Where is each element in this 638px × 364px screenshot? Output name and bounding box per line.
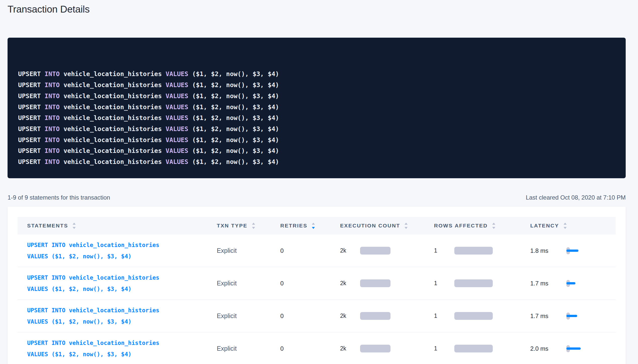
latency-minichart bbox=[566, 311, 586, 322]
latency-value: 1.7 ms bbox=[530, 313, 566, 320]
rows-affected-value: 1 bbox=[434, 345, 454, 352]
txn-type-value: Explicit bbox=[217, 247, 237, 254]
retries-value: 0 bbox=[280, 313, 284, 320]
sort-desc-icon bbox=[73, 227, 76, 229]
sql-code-line: UPSERT INTO vehicle_location_histories V… bbox=[18, 112, 615, 124]
sort-desc-icon bbox=[252, 227, 255, 229]
sort-asc-icon bbox=[312, 223, 315, 225]
column-header-retries[interactable]: RETRIES bbox=[280, 223, 340, 229]
statement-cell: UPSERT INTO vehicle_location_historiesVA… bbox=[18, 305, 217, 327]
latency-bar bbox=[566, 347, 581, 350]
last-cleared-text: Last cleared Oct 08, 2020 at 7:10 PM bbox=[526, 194, 626, 201]
execution-count-cell: 2k bbox=[340, 279, 434, 287]
sql-code-line: UPSERT INTO vehicle_location_histories V… bbox=[18, 145, 615, 156]
execution-count-value: 2k bbox=[340, 345, 360, 352]
statements-table-header: STATEMENTS TXN TYPE RETRIES bbox=[18, 217, 616, 234]
statement-link[interactable]: UPSERT INTO vehicle_location_historiesVA… bbox=[18, 337, 159, 360]
table-row: UPSERT INTO vehicle_location_historiesVA… bbox=[18, 300, 616, 332]
statement-cell: UPSERT INTO vehicle_location_historiesVA… bbox=[18, 337, 217, 360]
column-header-txn-type[interactable]: TXN TYPE bbox=[217, 223, 280, 229]
column-header-execution-count[interactable]: EXECUTION COUNT bbox=[340, 223, 434, 229]
sql-code-line: UPSERT INTO vehicle_location_histories V… bbox=[18, 91, 615, 102]
table-row: UPSERT INTO vehicle_location_historiesVA… bbox=[18, 234, 616, 267]
statement-cell: UPSERT INTO vehicle_location_historiesVA… bbox=[18, 239, 217, 262]
txn-type-value: Explicit bbox=[217, 312, 237, 320]
sort-asc-icon bbox=[405, 223, 408, 225]
summary-row: 1-9 of 9 statements for this transaction… bbox=[8, 194, 626, 201]
sql-code-line: UPSERT INTO vehicle_location_histories V… bbox=[18, 135, 615, 146]
sql-code-line: UPSERT INTO vehicle_location_histories V… bbox=[18, 102, 615, 113]
retries-cell: 0 bbox=[280, 280, 340, 287]
rows-affected-bar bbox=[454, 312, 493, 320]
txn-type-cell: Explicit bbox=[217, 247, 280, 254]
statement-cell: UPSERT INTO vehicle_location_historiesVA… bbox=[18, 272, 217, 295]
execution-count-cell: 2k bbox=[340, 345, 434, 352]
sort-asc-icon bbox=[73, 223, 76, 225]
statement-line-2: VALUES ($1, $2, now(), $3, $4) bbox=[27, 251, 159, 262]
txn-type-cell: Explicit bbox=[217, 345, 280, 352]
statements-range-text: 1-9 of 9 statements for this transaction bbox=[8, 194, 110, 201]
execution-count-value: 2k bbox=[340, 247, 360, 254]
sort-desc-icon bbox=[492, 227, 495, 229]
statement-link[interactable]: UPSERT INTO vehicle_location_historiesVA… bbox=[18, 239, 159, 262]
statement-line-1: UPSERT INTO vehicle_location_histories bbox=[27, 305, 159, 316]
statement-link[interactable]: UPSERT INTO vehicle_location_historiesVA… bbox=[18, 305, 159, 327]
retries-cell: 0 bbox=[280, 345, 340, 352]
latency-minichart bbox=[566, 343, 586, 354]
sort-icons-execution-count bbox=[405, 223, 408, 229]
rows-affected-bar bbox=[454, 247, 493, 255]
sort-desc-icon bbox=[405, 227, 408, 229]
sql-statements-box: UPSERT INTO vehicle_location_histories V… bbox=[8, 38, 626, 178]
sort-icons-txn-type bbox=[252, 223, 255, 229]
rows-affected-bar bbox=[454, 345, 493, 352]
statement-line-1: UPSERT INTO vehicle_location_histories bbox=[27, 272, 159, 283]
column-header-latency[interactable]: LATENCY bbox=[530, 223, 616, 229]
sort-icons-retries bbox=[312, 223, 315, 229]
statement-line-1: UPSERT INTO vehicle_location_histories bbox=[27, 337, 159, 349]
latency-minichart bbox=[566, 245, 586, 256]
statement-line-2: VALUES ($1, $2, now(), $3, $4) bbox=[27, 316, 159, 327]
statement-line-2: VALUES ($1, $2, now(), $3, $4) bbox=[27, 283, 159, 295]
execution-count-value: 2k bbox=[340, 280, 360, 287]
retries-value: 0 bbox=[280, 280, 284, 287]
table-row: UPSERT INTO vehicle_location_historiesVA… bbox=[18, 332, 616, 364]
column-header-statements[interactable]: STATEMENTS bbox=[18, 223, 217, 229]
rows-affected-bar bbox=[454, 279, 493, 287]
latency-value: 1.8 ms bbox=[530, 247, 566, 254]
statements-table-body: UPSERT INTO vehicle_location_historiesVA… bbox=[18, 234, 616, 364]
execution-count-bar bbox=[360, 345, 390, 352]
latency-value: 2.0 ms bbox=[530, 345, 566, 352]
rows-affected-cell: 1 bbox=[434, 312, 530, 320]
transaction-details-page: Transaction Details UPSERT INTO vehicle_… bbox=[8, 0, 626, 364]
statements-table-card: STATEMENTS TXN TYPE RETRIES bbox=[8, 207, 626, 364]
rows-affected-value: 1 bbox=[434, 313, 454, 319]
sort-asc-icon bbox=[252, 223, 255, 225]
sort-asc-icon bbox=[564, 223, 567, 225]
sql-code-lines: UPSERT INTO vehicle_location_histories V… bbox=[18, 69, 615, 167]
execution-count-value: 2k bbox=[340, 313, 360, 319]
column-header-rows-affected[interactable]: ROWS AFFECTED bbox=[434, 223, 530, 229]
txn-type-value: Explicit bbox=[217, 280, 237, 287]
sql-code-line: UPSERT INTO vehicle_location_histories V… bbox=[18, 124, 615, 135]
sort-icons-rows-affected bbox=[492, 223, 495, 229]
txn-type-cell: Explicit bbox=[217, 312, 280, 320]
latency-bar bbox=[566, 282, 575, 284]
retries-value: 0 bbox=[280, 247, 284, 254]
sql-code-line: UPSERT INTO vehicle_location_histories V… bbox=[18, 80, 615, 91]
execution-count-cell: 2k bbox=[340, 247, 434, 255]
rows-affected-cell: 1 bbox=[434, 345, 530, 352]
sort-desc-active-icon bbox=[312, 227, 315, 229]
execution-count-bar bbox=[360, 312, 390, 320]
sort-asc-icon bbox=[492, 223, 495, 225]
txn-type-cell: Explicit bbox=[217, 280, 280, 287]
sort-icons-statements bbox=[73, 223, 76, 229]
statement-link[interactable]: UPSERT INTO vehicle_location_historiesVA… bbox=[18, 272, 159, 295]
txn-type-value: Explicit bbox=[217, 345, 237, 352]
latency-minichart bbox=[566, 278, 586, 289]
sort-icons-latency bbox=[564, 223, 567, 229]
latency-bar bbox=[566, 315, 577, 317]
sort-desc-icon bbox=[564, 227, 567, 229]
page-title: Transaction Details bbox=[8, 0, 626, 15]
latency-cell: 1.8 ms bbox=[530, 245, 616, 256]
latency-cell: 1.7 ms bbox=[530, 278, 616, 289]
